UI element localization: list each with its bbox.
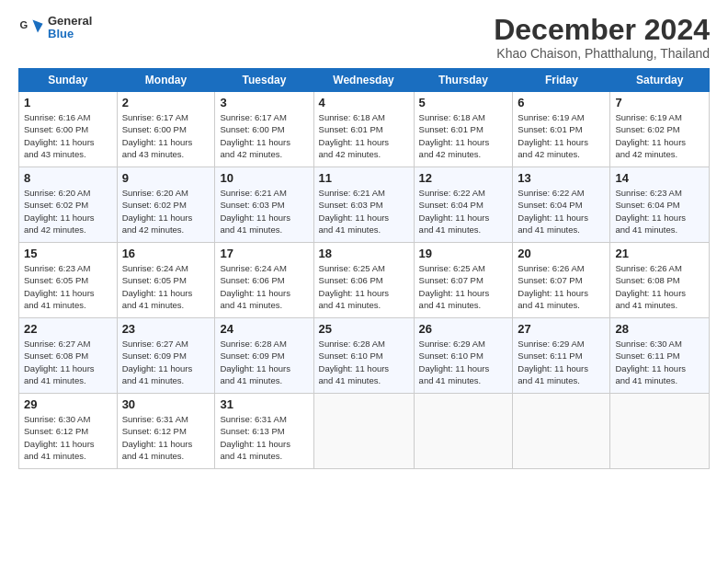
day-number: 23	[122, 322, 210, 336]
day-info: Sunrise: 6:26 AM Sunset: 6:08 PM Dayligh…	[615, 262, 704, 311]
calendar-week-row: 1Sunrise: 6:16 AM Sunset: 6:00 PM Daylig…	[19, 92, 710, 167]
day-info: Sunrise: 6:29 AM Sunset: 6:11 PM Dayligh…	[518, 338, 605, 386]
day-info: Sunrise: 6:28 AM Sunset: 6:09 PM Dayligh…	[220, 338, 308, 386]
calendar-cell: 29Sunrise: 6:30 AM Sunset: 6:12 PM Dayli…	[19, 394, 118, 469]
day-number: 30	[122, 397, 210, 411]
calendar-cell: 5Sunrise: 6:18 AM Sunset: 6:01 PM Daylig…	[414, 92, 513, 167]
day-info: Sunrise: 6:16 AM Sunset: 6:00 PM Dayligh…	[24, 111, 112, 160]
calendar-cell	[313, 394, 414, 469]
day-number: 19	[419, 247, 508, 260]
col-sunday: Sunday	[19, 69, 118, 92]
day-info: Sunrise: 6:17 AM Sunset: 6:00 PM Dayligh…	[122, 111, 210, 160]
col-tuesday: Tuesday	[215, 69, 313, 92]
day-info: Sunrise: 6:28 AM Sunset: 6:10 PM Dayligh…	[319, 338, 409, 386]
day-info: Sunrise: 6:21 AM Sunset: 6:03 PM Dayligh…	[319, 187, 409, 236]
logo-line1: General	[48, 15, 92, 28]
day-number: 13	[518, 171, 605, 185]
day-info: Sunrise: 6:25 AM Sunset: 6:07 PM Dayligh…	[419, 262, 508, 311]
col-monday: Monday	[117, 69, 215, 92]
day-info: Sunrise: 6:21 AM Sunset: 6:03 PM Dayligh…	[220, 187, 308, 236]
day-number: 3	[220, 96, 308, 109]
day-number: 15	[24, 247, 112, 260]
calendar-cell: 30Sunrise: 6:31 AM Sunset: 6:12 PM Dayli…	[117, 394, 215, 469]
day-info: Sunrise: 6:23 AM Sunset: 6:05 PM Dayligh…	[24, 262, 112, 311]
calendar-cell: 10Sunrise: 6:21 AM Sunset: 6:03 PM Dayli…	[215, 167, 313, 243]
calendar-cell: 20Sunrise: 6:26 AM Sunset: 6:07 PM Dayli…	[513, 243, 610, 318]
day-info: Sunrise: 6:18 AM Sunset: 6:01 PM Dayligh…	[419, 111, 508, 160]
day-info: Sunrise: 6:22 AM Sunset: 6:04 PM Dayligh…	[518, 187, 605, 236]
calendar-cell	[513, 394, 610, 469]
calendar-cell: 12Sunrise: 6:22 AM Sunset: 6:04 PM Dayli…	[414, 167, 513, 243]
day-number: 4	[319, 96, 409, 109]
calendar-cell: 7Sunrise: 6:19 AM Sunset: 6:02 PM Daylig…	[610, 92, 710, 167]
calendar-cell: 18Sunrise: 6:25 AM Sunset: 6:06 PM Dayli…	[313, 243, 414, 318]
calendar-cell: 31Sunrise: 6:31 AM Sunset: 6:13 PM Dayli…	[215, 394, 313, 469]
calendar-page: G General Blue December 2024 Khao Chaiso…	[0, 0, 728, 478]
day-number: 27	[518, 322, 605, 336]
day-number: 10	[220, 171, 308, 185]
calendar-week-row: 15Sunrise: 6:23 AM Sunset: 6:05 PM Dayli…	[19, 243, 710, 318]
svg-marker-1	[32, 20, 42, 33]
day-info: Sunrise: 6:20 AM Sunset: 6:02 PM Dayligh…	[24, 187, 112, 236]
calendar-cell	[414, 394, 513, 469]
col-friday: Friday	[513, 69, 610, 92]
calendar-cell: 26Sunrise: 6:29 AM Sunset: 6:10 PM Dayli…	[414, 318, 513, 394]
calendar-cell: 11Sunrise: 6:21 AM Sunset: 6:03 PM Dayli…	[313, 167, 414, 243]
calendar-week-row: 22Sunrise: 6:27 AM Sunset: 6:08 PM Dayli…	[19, 318, 710, 394]
day-info: Sunrise: 6:20 AM Sunset: 6:02 PM Dayligh…	[122, 187, 210, 236]
day-number: 12	[419, 171, 508, 185]
calendar-cell: 24Sunrise: 6:28 AM Sunset: 6:09 PM Dayli…	[215, 318, 313, 394]
day-number: 2	[122, 96, 210, 109]
day-number: 16	[122, 247, 210, 260]
day-info: Sunrise: 6:22 AM Sunset: 6:04 PM Dayligh…	[419, 187, 508, 236]
svg-text:G: G	[19, 20, 28, 31]
calendar-cell: 4Sunrise: 6:18 AM Sunset: 6:01 PM Daylig…	[313, 92, 414, 167]
calendar-cell: 2Sunrise: 6:17 AM Sunset: 6:00 PM Daylig…	[117, 92, 215, 167]
day-number: 5	[419, 96, 508, 109]
calendar-cell: 16Sunrise: 6:24 AM Sunset: 6:05 PM Dayli…	[117, 243, 215, 318]
calendar-cell: 9Sunrise: 6:20 AM Sunset: 6:02 PM Daylig…	[117, 167, 215, 243]
calendar-week-row: 29Sunrise: 6:30 AM Sunset: 6:12 PM Dayli…	[19, 394, 710, 469]
day-number: 6	[518, 96, 605, 109]
day-info: Sunrise: 6:29 AM Sunset: 6:10 PM Dayligh…	[419, 338, 508, 386]
day-info: Sunrise: 6:31 AM Sunset: 6:12 PM Dayligh…	[122, 413, 210, 462]
day-info: Sunrise: 6:27 AM Sunset: 6:09 PM Dayligh…	[122, 338, 210, 386]
day-info: Sunrise: 6:24 AM Sunset: 6:05 PM Dayligh…	[122, 262, 210, 311]
calendar-cell: 13Sunrise: 6:22 AM Sunset: 6:04 PM Dayli…	[513, 167, 610, 243]
calendar-week-row: 8Sunrise: 6:20 AM Sunset: 6:02 PM Daylig…	[19, 167, 710, 243]
day-number: 28	[615, 322, 704, 336]
day-info: Sunrise: 6:31 AM Sunset: 6:13 PM Dayligh…	[220, 413, 308, 462]
calendar-cell: 14Sunrise: 6:23 AM Sunset: 6:04 PM Dayli…	[610, 167, 710, 243]
day-number: 1	[24, 96, 112, 109]
calendar-cell: 1Sunrise: 6:16 AM Sunset: 6:00 PM Daylig…	[19, 92, 118, 167]
day-number: 8	[24, 171, 112, 185]
day-info: Sunrise: 6:25 AM Sunset: 6:06 PM Dayligh…	[319, 262, 409, 311]
calendar-cell: 28Sunrise: 6:30 AM Sunset: 6:11 PM Dayli…	[610, 318, 710, 394]
day-number: 17	[220, 247, 308, 260]
calendar-header-row: Sunday Monday Tuesday Wednesday Thursday…	[19, 69, 710, 92]
calendar-cell: 22Sunrise: 6:27 AM Sunset: 6:08 PM Dayli…	[19, 318, 118, 394]
calendar-cell: 25Sunrise: 6:28 AM Sunset: 6:10 PM Dayli…	[313, 318, 414, 394]
logo-icon: G	[18, 15, 44, 40]
day-info: Sunrise: 6:30 AM Sunset: 6:12 PM Dayligh…	[24, 413, 112, 462]
day-number: 29	[24, 397, 112, 411]
calendar-cell: 17Sunrise: 6:24 AM Sunset: 6:06 PM Dayli…	[215, 243, 313, 318]
day-info: Sunrise: 6:19 AM Sunset: 6:02 PM Dayligh…	[615, 111, 704, 160]
day-number: 21	[615, 247, 704, 260]
day-number: 11	[319, 171, 409, 185]
calendar-table: Sunday Monday Tuesday Wednesday Thursday…	[18, 68, 710, 469]
col-wednesday: Wednesday	[313, 69, 414, 92]
calendar-cell: 23Sunrise: 6:27 AM Sunset: 6:09 PM Dayli…	[117, 318, 215, 394]
day-info: Sunrise: 6:19 AM Sunset: 6:01 PM Dayligh…	[518, 111, 605, 160]
day-number: 9	[122, 171, 210, 185]
day-number: 7	[615, 96, 704, 109]
day-number: 18	[319, 247, 409, 260]
location-subtitle: Khao Chaison, Phatthalung, Thailand	[494, 46, 710, 61]
day-number: 24	[220, 322, 308, 336]
calendar-cell: 19Sunrise: 6:25 AM Sunset: 6:07 PM Dayli…	[414, 243, 513, 318]
logo: G General Blue	[18, 15, 92, 41]
day-number: 25	[319, 322, 409, 336]
calendar-cell: 6Sunrise: 6:19 AM Sunset: 6:01 PM Daylig…	[513, 92, 610, 167]
calendar-cell: 8Sunrise: 6:20 AM Sunset: 6:02 PM Daylig…	[19, 167, 118, 243]
calendar-cell	[610, 394, 710, 469]
